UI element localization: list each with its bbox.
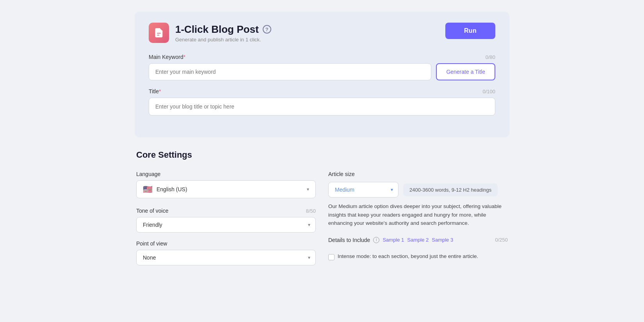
point-of-view-setting: Point of view None First Person Second P… — [136, 240, 316, 265]
settings-grid: Language 🇺🇸 English (US) ▾ Tone of voice… — [136, 171, 508, 265]
left-column: Language 🇺🇸 English (US) ▾ Tone of voice… — [136, 171, 316, 265]
language-setting: Language 🇺🇸 English (US) ▾ — [136, 171, 316, 198]
title-header: Title* 0/100 — [149, 88, 495, 94]
intense-mode-label: Intense mode: to each section, beyond ju… — [338, 253, 478, 259]
size-select-wrapper: Medium Small Large Extra Large ▾ — [328, 182, 398, 197]
help-icon[interactable]: ? — [263, 25, 271, 34]
size-select-row: Medium Small Large Extra Large ▾ 2400-36… — [328, 182, 508, 197]
language-select[interactable]: 🇺🇸 English (US) ▾ — [136, 180, 316, 198]
article-size-setting: Article size Medium Small Large Extra La… — [328, 171, 508, 228]
right-column: Article size Medium Small Large Extra La… — [328, 171, 508, 265]
main-keyword-required: * — [183, 54, 185, 60]
point-of-view-select[interactable]: None First Person Second Person Third Pe… — [136, 250, 316, 265]
title-input[interactable] — [149, 98, 495, 116]
header-card: 1-Click Blog Post ? Generate and publish… — [135, 12, 509, 137]
title-group: 1-Click Blog Post ? Generate and publish… — [149, 23, 271, 43]
tone-counter: 8/50 — [306, 208, 316, 214]
details-setting: Details to Include i Sample 1 Sample 2 S… — [328, 237, 508, 260]
intense-mode-checkbox[interactable] — [328, 254, 334, 260]
title-required: * — [159, 88, 161, 94]
main-keyword-group: Main Keyword* 0/80 Generate a Title — [149, 54, 495, 80]
language-label: Language — [136, 171, 316, 177]
intense-mode-row: Intense mode: to each section, beyond ju… — [328, 253, 508, 260]
tone-select[interactable]: Friendly Professional Casual Formal — [136, 217, 316, 233]
sample-2-link[interactable]: Sample 2 — [407, 237, 429, 243]
sample-3-link[interactable]: Sample 3 — [432, 237, 453, 243]
header-top: 1-Click Blog Post ? Generate and publish… — [149, 23, 495, 43]
details-info-icon[interactable]: i — [373, 237, 379, 243]
app-title: 1-Click Blog Post ? — [175, 23, 271, 36]
run-button[interactable]: Run — [445, 23, 495, 39]
language-arrow-icon: ▾ — [307, 187, 309, 192]
flag-icon: 🇺🇸 — [143, 185, 153, 194]
details-label: Details to Include — [328, 237, 370, 243]
title-group: Title* 0/100 — [149, 88, 495, 116]
point-of-view-select-wrapper: None First Person Second Person Third Pe… — [136, 250, 316, 265]
article-size-label: Article size — [328, 171, 508, 177]
point-of-view-label: Point of view — [136, 240, 316, 247]
details-header-row: Details to Include i Sample 1 Sample 2 S… — [328, 237, 508, 243]
article-size-select[interactable]: Medium Small Large Extra Large — [328, 182, 398, 197]
main-keyword-label: Main Keyword* — [149, 54, 185, 60]
article-size-badge: 2400-3600 words, 9-12 H2 headings — [403, 183, 498, 196]
language-value: English (US) — [157, 186, 307, 192]
article-size-description: Our Medium article option dives deeper i… — [328, 202, 508, 228]
tone-select-wrapper: Friendly Professional Casual Formal ▾ — [136, 217, 316, 233]
main-keyword-input[interactable] — [149, 63, 431, 80]
app-title-text: 1-Click Blog Post — [175, 23, 259, 36]
app-icon — [149, 23, 169, 43]
core-settings: Core Settings Language 🇺🇸 English (US) ▾ — [135, 150, 509, 265]
core-settings-title: Core Settings — [136, 150, 508, 160]
sample-links: Sample 1 Sample 2 Sample 3 — [382, 237, 492, 243]
page-wrapper: 1-Click Blog Post ? Generate and publish… — [135, 12, 509, 310]
title-label: Title* — [149, 88, 161, 94]
main-keyword-header: Main Keyword* 0/80 — [149, 54, 495, 60]
title-text-group: 1-Click Blog Post ? Generate and publish… — [175, 23, 271, 43]
tone-setting: Tone of voice 8/50 Friendly Professional… — [136, 208, 316, 233]
app-subtitle: Generate and publish article in 1 click. — [175, 37, 271, 43]
tone-label-row: Tone of voice 8/50 — [136, 208, 316, 214]
tone-label: Tone of voice — [136, 208, 169, 214]
details-counter: 0/250 — [495, 237, 508, 243]
keyword-row: Generate a Title — [149, 63, 495, 80]
title-counter: 0/100 — [482, 89, 495, 94]
main-keyword-counter: 0/80 — [486, 54, 495, 60]
sample-1-link[interactable]: Sample 1 — [382, 237, 404, 243]
generate-title-button[interactable]: Generate a Title — [436, 63, 495, 80]
